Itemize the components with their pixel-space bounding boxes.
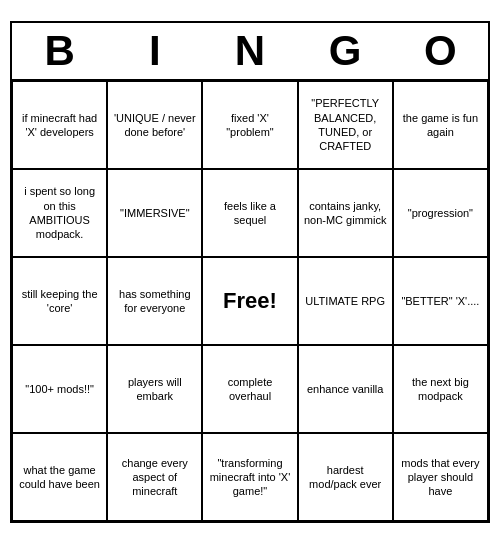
- bingo-cell[interactable]: fixed 'X' "problem": [202, 81, 297, 169]
- bingo-cell[interactable]: feels like a sequel: [202, 169, 297, 257]
- bingo-cell-text: enhance vanilla: [307, 382, 383, 396]
- bingo-cell-text: "BETTER" 'X'....: [401, 294, 479, 308]
- bingo-cell[interactable]: i spent so long on this AMBITIOUS modpac…: [12, 169, 107, 257]
- bingo-cell-text: still keeping the 'core': [17, 287, 102, 316]
- bingo-cell[interactable]: what the game could have been: [12, 433, 107, 521]
- bingo-cell[interactable]: the next big modpack: [393, 345, 488, 433]
- bingo-cell[interactable]: "progression": [393, 169, 488, 257]
- bingo-cell-text: the next big modpack: [398, 375, 483, 404]
- bingo-cell[interactable]: if minecraft had 'X' developers: [12, 81, 107, 169]
- bingo-cell-text: contains janky, non-MC gimmick: [303, 199, 388, 228]
- bingo-cell-text: "transforming minecraft into 'X' game!": [207, 456, 292, 499]
- bingo-header: BINGO: [12, 23, 488, 81]
- bingo-cell-text: change every aspect of minecraft: [112, 456, 197, 499]
- bingo-cell-text: feels like a sequel: [207, 199, 292, 228]
- bingo-cell[interactable]: 'UNIQUE / never done before': [107, 81, 202, 169]
- bingo-cell[interactable]: players will embark: [107, 345, 202, 433]
- bingo-cell[interactable]: enhance vanilla: [298, 345, 393, 433]
- bingo-letter: B: [12, 23, 107, 81]
- bingo-cell[interactable]: change every aspect of minecraft: [107, 433, 202, 521]
- bingo-cell[interactable]: "PERFECTLY BALANCED, TUNED, or CRAFTED: [298, 81, 393, 169]
- bingo-cell[interactable]: "transforming minecraft into 'X' game!": [202, 433, 297, 521]
- bingo-cell-text: what the game could have been: [17, 463, 102, 492]
- bingo-grid: if minecraft had 'X' developers'UNIQUE /…: [12, 81, 488, 521]
- bingo-cell-text: fixed 'X' "problem": [207, 111, 292, 140]
- bingo-cell[interactable]: contains janky, non-MC gimmick: [298, 169, 393, 257]
- bingo-cell-text: if minecraft had 'X' developers: [17, 111, 102, 140]
- bingo-letter: I: [107, 23, 202, 81]
- bingo-cell[interactable]: "BETTER" 'X'....: [393, 257, 488, 345]
- bingo-cell[interactable]: "IMMERSIVE": [107, 169, 202, 257]
- bingo-letter: N: [202, 23, 297, 81]
- bingo-cell[interactable]: hardest mod/pack ever: [298, 433, 393, 521]
- bingo-cell-text: players will embark: [112, 375, 197, 404]
- bingo-cell-text: mods that every player should have: [398, 456, 483, 499]
- bingo-cell-text: complete overhaul: [207, 375, 292, 404]
- bingo-cell-text: 'UNIQUE / never done before': [112, 111, 197, 140]
- bingo-cell-text: hardest mod/pack ever: [303, 463, 388, 492]
- bingo-card: BINGO if minecraft had 'X' developers'UN…: [10, 21, 490, 523]
- bingo-cell-text: i spent so long on this AMBITIOUS modpac…: [17, 184, 102, 241]
- bingo-cell-text: "PERFECTLY BALANCED, TUNED, or CRAFTED: [303, 96, 388, 153]
- bingo-cell[interactable]: still keeping the 'core': [12, 257, 107, 345]
- bingo-cell-text: the game is fun again: [398, 111, 483, 140]
- bingo-cell-text: ULTIMATE RPG: [305, 294, 385, 308]
- bingo-cell[interactable]: mods that every player should have: [393, 433, 488, 521]
- bingo-cell-text: "100+ mods!!": [25, 382, 94, 396]
- bingo-cell[interactable]: ULTIMATE RPG: [298, 257, 393, 345]
- bingo-cell-text: "progression": [408, 206, 473, 220]
- bingo-cell[interactable]: "100+ mods!!": [12, 345, 107, 433]
- bingo-cell[interactable]: has something for everyone: [107, 257, 202, 345]
- bingo-cell[interactable]: Free!: [202, 257, 297, 345]
- bingo-letter: O: [393, 23, 488, 81]
- bingo-letter: G: [298, 23, 393, 81]
- bingo-cell[interactable]: the game is fun again: [393, 81, 488, 169]
- bingo-cell-text: "IMMERSIVE": [120, 206, 190, 220]
- bingo-cell-text: has something for everyone: [112, 287, 197, 316]
- bingo-cell-text: Free!: [223, 287, 277, 316]
- bingo-cell[interactable]: complete overhaul: [202, 345, 297, 433]
